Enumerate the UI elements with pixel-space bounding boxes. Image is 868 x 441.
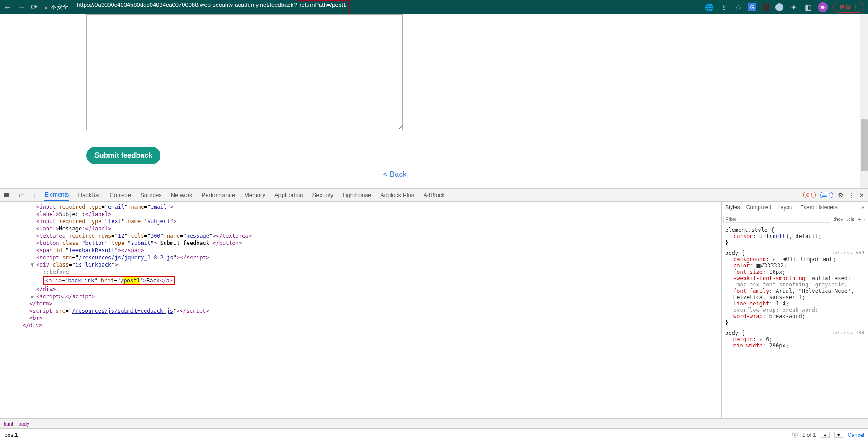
styles-more-icon[interactable]: » — [861, 204, 864, 211]
translate-icon[interactable]: 🌐 — [705, 3, 714, 12]
styles-content[interactable]: element.style { cursor: url(null), defau… — [722, 225, 868, 418]
body-rule[interactable]: body {labs.css:569 — [725, 250, 864, 256]
devtools-tabs: ⯀ ▭ | Elements HackBar Console Sources N… — [0, 189, 868, 202]
ext-icon-1[interactable] — [762, 3, 770, 11]
tree-line[interactable]: <textarea required rows="12" cols="300" … — [9, 232, 721, 239]
search-next-icon[interactable]: ▼ — [834, 432, 843, 438]
tree-line[interactable]: <br> — [9, 314, 721, 322]
add-rule-icon[interactable]: + — [856, 216, 863, 222]
profile-avatar-icon[interactable]: ☻ — [818, 2, 828, 12]
crumb-body[interactable]: body — [19, 421, 29, 427]
error-badge[interactable]: 1 — [803, 192, 816, 198]
styles-tabs: Styles Computed Layout Event Listeners » — [722, 202, 868, 213]
tree-line[interactable]: ▼<div class="is-linkback"> — [9, 261, 721, 268]
css-prop-disabled[interactable]: overflow-wrap: break-word; — [725, 307, 864, 313]
url-protocol: https: — [77, 1, 91, 8]
tree-line[interactable]: <label>Message:</label> — [9, 225, 721, 232]
submit-feedback-button[interactable]: Submit feedback — [86, 147, 160, 164]
message-textarea[interactable] — [86, 14, 403, 130]
css-prop[interactable]: margin: ▸ 0; — [725, 336, 864, 342]
panel-icon[interactable]: ▫ — [863, 216, 868, 222]
gtranslate-icon[interactable]: G — [748, 3, 756, 11]
tab-network[interactable]: Network — [171, 190, 193, 200]
search-input[interactable] — [4, 431, 787, 439]
styles-tab-computed[interactable]: Computed — [746, 204, 771, 211]
tree-line[interactable]: </form> — [9, 300, 721, 307]
bookmark-icon[interactable]: ☆ — [734, 3, 743, 12]
hov-button[interactable]: :hov — [832, 216, 845, 222]
share-icon[interactable]: ⇪ — [719, 3, 728, 12]
url-host-path: //0a3000c4034b80dec04034ca00700088.web-s… — [91, 1, 297, 8]
css-prop[interactable]: background: ▸ #fff !important; — [725, 256, 864, 263]
tree-line[interactable]: <span id="feedbackResult"></span> — [9, 247, 721, 254]
search-cancel[interactable]: Cancel — [848, 432, 864, 438]
forward-nav-icon[interactable]: → — [17, 3, 25, 12]
security-label-text: 不安全 — [51, 3, 68, 11]
more-icon[interactable]: ⋮ — [848, 192, 854, 199]
tree-line[interactable]: ▶<script>…</script> — [9, 293, 721, 300]
tab-elements[interactable]: Elements — [44, 189, 69, 201]
page-scrollbar[interactable] — [860, 14, 868, 188]
cls-button[interactable]: .cls — [845, 216, 856, 222]
update-button[interactable]: 更新⋮ — [833, 2, 864, 13]
tab-memory[interactable]: Memory — [244, 190, 265, 200]
device-toolbar-icon[interactable]: ▭ — [19, 192, 25, 199]
css-prop[interactable]: color: #333332; — [725, 263, 864, 269]
css-prop[interactable]: min-width: 290px; — [725, 342, 864, 349]
css-prop[interactable]: font-family: Arial, "Helvetica Neue", He… — [725, 288, 864, 300]
css-prop[interactable]: word-wrap: break-word; — [725, 313, 864, 319]
tab-security[interactable]: Security — [312, 190, 334, 200]
crumb-html[interactable]: html — [4, 421, 13, 427]
settings-icon[interactable]: ⚙ — [838, 192, 844, 199]
reload-icon[interactable]: ⟳ — [31, 2, 38, 12]
brace-close: } — [725, 239, 864, 246]
breadcrumb-bar: html body — [0, 418, 868, 428]
css-prop[interactable]: cursor: url(null), default; — [725, 233, 864, 239]
tab-sources[interactable]: Sources — [140, 190, 162, 200]
elements-tree[interactable]: <input required type="email" name="email… — [0, 202, 721, 418]
page-content: Submit feedback < Back — [0, 14, 868, 188]
address-bar[interactable]: https://0a3000c4034b80dec04034ca00700088… — [77, 0, 699, 14]
tree-line[interactable]: <input required type="email" name="email… — [9, 203, 721, 211]
tree-line-before[interactable]: ::before — [9, 268, 721, 276]
toolbar-icons: 🌐 ⇪ ☆ G ✦ ◧ ☻ 更新⋮ — [705, 2, 864, 13]
css-prop[interactable]: font-size: 16px; — [725, 269, 864, 275]
styles-tab-layout[interactable]: Layout — [778, 204, 794, 211]
ext-icon-2[interactable] — [775, 3, 783, 11]
tab-lighthouse[interactable]: Lighthouse — [343, 190, 372, 200]
element-style-rule[interactable]: element.style { — [725, 227, 864, 233]
inspect-icon[interactable]: ⯀ — [4, 192, 10, 199]
tree-line[interactable]: <script src="/resources/js/jquery_1-8-2.… — [9, 254, 721, 261]
back-link[interactable]: < Back — [383, 170, 406, 179]
search-prev-icon[interactable]: ▲ — [821, 432, 830, 438]
security-warning[interactable]: ▲ 不安全 | — [43, 3, 71, 11]
styles-tab-events[interactable]: Event Listeners — [800, 204, 838, 211]
tab-performance[interactable]: Performance — [202, 190, 235, 200]
styles-tab-styles[interactable]: Styles — [725, 204, 740, 211]
sidepanel-icon[interactable]: ◧ — [803, 3, 812, 12]
info-badge[interactable]: 1 — [820, 192, 833, 198]
tab-application[interactable]: Application — [274, 190, 303, 200]
filter-input[interactable] — [723, 216, 830, 223]
tree-line[interactable]: </div> — [9, 322, 721, 329]
tab-hackbar[interactable]: HackBar — [78, 190, 101, 200]
extensions-icon[interactable]: ✦ — [789, 3, 798, 12]
body-rule-2[interactable]: body {labs.css:138 — [725, 330, 864, 336]
css-prop[interactable]: -webkit-font-smoothing: antialiased; — [725, 275, 864, 281]
tab-console[interactable]: Console — [109, 190, 131, 200]
search-count: 1 of 1 — [802, 432, 816, 438]
tree-line[interactable]: <input required type="text" name="subjec… — [9, 218, 721, 225]
tab-adblock[interactable]: AdBlock — [423, 190, 445, 200]
back-nav-icon[interactable]: ← — [4, 3, 12, 12]
scrollbar-thumb[interactable] — [861, 119, 868, 171]
css-prop-disabled[interactable]: -moz-osx-font-smoothing: grayscale; — [725, 281, 864, 288]
clear-search-icon[interactable]: ⓧ — [792, 431, 798, 439]
css-prop[interactable]: line-height: 1.4; — [725, 300, 864, 307]
close-devtools-icon[interactable]: ✕ — [859, 192, 864, 199]
tree-line-highlighted[interactable]: <a id="backLink" href="/post1">Back</a> — [9, 276, 721, 286]
tab-adblockplus[interactable]: Adblock Plus — [380, 190, 414, 200]
tree-line[interactable]: <label>Subject:</label> — [9, 211, 721, 218]
tree-line[interactable]: <script src="/resources/js/submitFeedbac… — [9, 307, 721, 314]
tree-line[interactable]: <button class="button" type="submit"> Su… — [9, 239, 721, 247]
tree-line[interactable]: </div> — [9, 286, 721, 293]
